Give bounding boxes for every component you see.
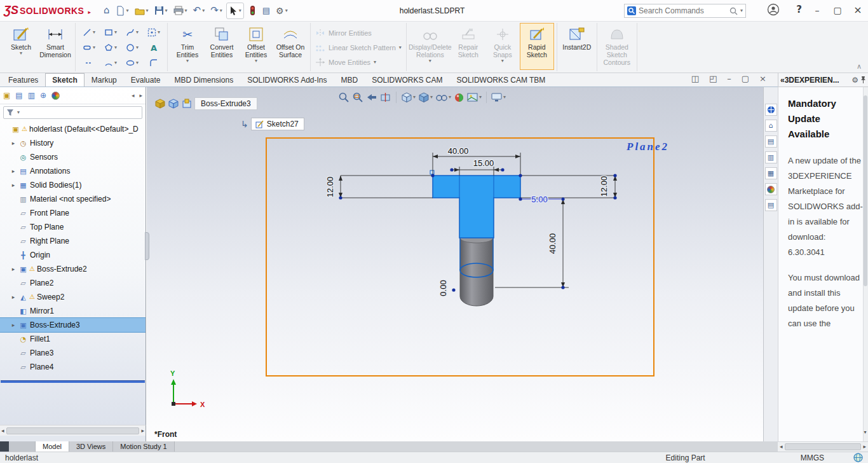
rollback-bar[interactable] bbox=[1, 380, 145, 383]
move-entities-caret-icon[interactable]: ▾ bbox=[374, 60, 376, 65]
breadcrumb-feature-box[interactable]: Boss-Extrude3 bbox=[194, 97, 257, 110]
propertymanager-tab-icon[interactable]: ▤ bbox=[15, 92, 22, 99]
threedexperience-icon[interactable] bbox=[765, 104, 777, 116]
instant2d-button[interactable]: Instant2D bbox=[560, 23, 594, 70]
edit-appearance-button[interactable] bbox=[453, 91, 465, 104]
point-caret-icon[interactable]: ▾ bbox=[158, 30, 160, 35]
display-style-caret-icon[interactable]: ▾ bbox=[430, 95, 433, 100]
view-palette-icon[interactable]: ▦ bbox=[765, 167, 777, 179]
polygon-tool-button[interactable]: ▾ bbox=[100, 40, 121, 55]
tree-item-material[interactable]: ▥ Material <not specified> bbox=[0, 192, 146, 206]
expand-arrow-icon[interactable]: ▸ bbox=[10, 266, 17, 272]
zoom-fit-button[interactable] bbox=[337, 90, 350, 104]
home-button[interactable]: ⌂ bbox=[102, 3, 112, 19]
restore-button[interactable]: ▢ bbox=[827, 1, 848, 19]
tree-item-plane4[interactable]: ▱ Plane4 bbox=[0, 360, 146, 374]
dimxpertmanager-tab-icon[interactable]: ⊕ bbox=[40, 92, 46, 99]
rectangle-caret-icon[interactable]: ▾ bbox=[114, 30, 117, 35]
dimension-depth[interactable]: 40.00 bbox=[548, 233, 557, 254]
repair-sketch-button[interactable]: Repair Sketch bbox=[451, 23, 485, 70]
dimension-right-height[interactable]: 12.00 bbox=[599, 176, 609, 197]
scroll-down-icon[interactable]: ▾ bbox=[862, 430, 868, 438]
tab-features[interactable]: Features bbox=[1, 73, 45, 86]
tree-item-boss-extrude3[interactable]: ▸ ▣ Boss-Extrude3 bbox=[0, 318, 146, 332]
featuremanager-tab-icon[interactable]: ▣ bbox=[3, 92, 10, 99]
tab-evaluate[interactable]: Evaluate bbox=[124, 73, 168, 86]
tab-3d-views[interactable]: 3D Views bbox=[69, 441, 113, 452]
breadcrumb[interactable]: Boss-Extrude3 bbox=[154, 97, 257, 110]
pane-scroll-right-icon[interactable]: ▸ bbox=[139, 93, 142, 99]
zoom-area-button[interactable] bbox=[351, 90, 364, 104]
spline-caret-icon[interactable]: ▾ bbox=[136, 30, 139, 35]
display-delete-relations-button[interactable]: Display/Delete Relations ▾ bbox=[409, 23, 451, 70]
view-settings-caret-icon[interactable]: ▾ bbox=[503, 95, 506, 100]
search-input[interactable] bbox=[639, 6, 727, 15]
tab-sketch[interactable]: Sketch bbox=[45, 73, 84, 86]
hide-show-items-button[interactable]: ▾ bbox=[435, 92, 452, 103]
scroll-left-icon[interactable]: ◂ bbox=[1, 428, 4, 434]
sketch-callout[interactable]: ↳ Sketch27 bbox=[241, 118, 304, 130]
open-caret-icon[interactable]: ▾ bbox=[146, 8, 149, 13]
circle-caret-icon[interactable]: ▾ bbox=[136, 45, 139, 50]
undo-button[interactable]: ↶ ▾ bbox=[191, 3, 207, 19]
tile-pane-icon[interactable]: ◫ bbox=[691, 74, 699, 83]
trim-entities-button[interactable]: ✂ Trim Entities ▾ bbox=[170, 23, 205, 70]
tree-item-front-plane[interactable]: ▱ Front Plane bbox=[0, 206, 146, 220]
expand-arrow-icon[interactable]: ▸ bbox=[10, 141, 17, 146]
display-style-button[interactable]: ▾ bbox=[417, 91, 433, 104]
slot-tool-button[interactable]: ▾ bbox=[78, 40, 100, 55]
feature-cube-icon[interactable] bbox=[181, 99, 193, 109]
undo-caret-icon[interactable]: ▾ bbox=[202, 8, 205, 13]
tab-strip-splitter[interactable] bbox=[9, 441, 36, 452]
tree-item-sensors[interactable]: ◎ Sensors bbox=[0, 150, 146, 164]
task-pane-gear-icon[interactable]: ⚙ bbox=[851, 76, 858, 84]
sketch-button[interactable]: Sketch ▾ bbox=[4, 23, 38, 70]
quick-snaps-caret-icon[interactable]: ▾ bbox=[501, 59, 504, 64]
expand-arrow-icon[interactable]: ▸ bbox=[10, 322, 17, 328]
tab-markup[interactable]: Markup bbox=[85, 73, 124, 86]
text-tool-button[interactable]: A bbox=[143, 40, 165, 55]
panel-splitter-handle[interactable] bbox=[145, 232, 149, 260]
dimension-offset-selected[interactable]: 5.00 bbox=[531, 195, 547, 204]
doc-minimize-icon[interactable]: – bbox=[727, 74, 731, 83]
apply-scene-button[interactable]: ▾ bbox=[466, 91, 482, 104]
slot-caret-icon[interactable]: ▾ bbox=[93, 45, 95, 50]
scroll-right-icon[interactable]: ▸ bbox=[141, 428, 144, 434]
display-delete-caret-icon[interactable]: ▾ bbox=[429, 59, 431, 64]
previous-view-button[interactable] bbox=[365, 91, 378, 104]
save-button[interactable]: ▾ bbox=[153, 3, 170, 19]
quick-snaps-button[interactable]: Quick Snaps ▾ bbox=[485, 23, 520, 70]
circle-tool-button[interactable]: ▾ bbox=[121, 40, 143, 55]
line-caret-icon[interactable]: ▾ bbox=[93, 30, 95, 35]
spline-tool-button[interactable]: ▾ bbox=[121, 25, 143, 40]
ellipse-tool-button[interactable]: ▾ bbox=[121, 55, 143, 71]
offset-on-surface-button[interactable]: Offset On Surface bbox=[273, 23, 308, 70]
task-pane-scrollbar-thumb[interactable] bbox=[864, 95, 867, 286]
help-button[interactable]: ? bbox=[796, 4, 802, 15]
minimize-button[interactable]: – bbox=[807, 1, 827, 19]
close-button[interactable]: × bbox=[848, 1, 868, 19]
offset-entities-button[interactable]: Offset Entities ▾ bbox=[239, 23, 273, 70]
appearances-icon[interactable] bbox=[765, 183, 777, 195]
convert-entities-button[interactable]: Convert Entities bbox=[205, 23, 239, 70]
body-cube-icon[interactable] bbox=[168, 99, 179, 109]
select-caret-icon[interactable]: ▾ bbox=[239, 8, 241, 13]
print-caret-icon[interactable]: ▾ bbox=[185, 8, 187, 13]
filter-caret-icon[interactable]: ▾ bbox=[17, 110, 20, 115]
print-button[interactable]: ▾ bbox=[172, 3, 189, 19]
tree-item-annotations[interactable]: ▸ ▤ Annotations bbox=[0, 164, 146, 178]
rectangle-tool-button[interactable]: ▾ bbox=[100, 25, 121, 40]
tp-scrollbar-thumb[interactable] bbox=[785, 443, 862, 450]
globe-icon[interactable] bbox=[853, 453, 863, 462]
task-pane-header[interactable]: «3DEXPERIEN... ⚙ bbox=[778, 73, 868, 87]
graphics-viewport[interactable]: Plane2 bbox=[147, 87, 763, 441]
ribbon-collapse-icon[interactable]: ∧ bbox=[857, 63, 862, 70]
tree-item-fillet1[interactable]: ◔ Fillet1 bbox=[0, 332, 146, 346]
view-orientation-caret-icon[interactable]: ▾ bbox=[413, 95, 416, 100]
rapid-sketch-button[interactable]: Rapid Sketch bbox=[520, 23, 554, 70]
ellipse-caret-icon[interactable]: ▾ bbox=[136, 60, 139, 66]
dimension-slot-width[interactable]: 15.00 bbox=[473, 158, 494, 168]
dimension-bottom[interactable]: 0.00 bbox=[438, 280, 448, 296]
hide-show-caret-icon[interactable]: ▾ bbox=[449, 95, 451, 100]
doc-close-icon[interactable]: × bbox=[759, 74, 766, 83]
